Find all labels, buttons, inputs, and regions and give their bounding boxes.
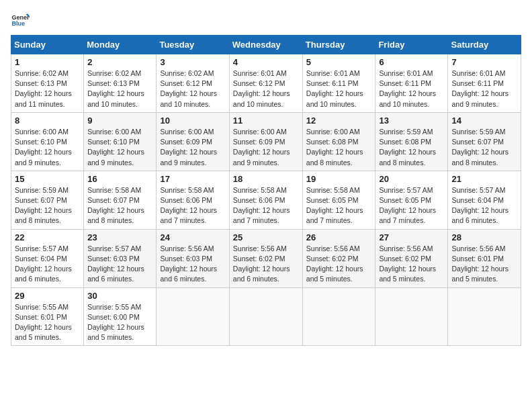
calendar-cell: 2 Sunrise: 6:02 AMSunset: 6:13 PMDayligh… — [84, 54, 157, 113]
calendar-cell: 23 Sunrise: 5:57 AMSunset: 6:03 PMDaylig… — [84, 229, 157, 287]
calendar-cell: 22 Sunrise: 5:57 AMSunset: 6:04 PMDaylig… — [11, 229, 84, 287]
calendar-cell: 18 Sunrise: 5:58 AMSunset: 6:06 PMDaylig… — [229, 171, 302, 229]
day-info: Sunrise: 6:00 AMSunset: 6:09 PMDaylight:… — [233, 128, 290, 167]
day-number: 9 — [87, 116, 152, 126]
day-number: 6 — [379, 57, 444, 67]
calendar-cell — [157, 287, 229, 346]
page-header: General Blue — [11, 11, 521, 30]
week-row-1: 1 Sunrise: 6:02 AMSunset: 6:13 PMDayligh… — [11, 54, 521, 113]
day-number: 23 — [87, 232, 152, 242]
day-number: 7 — [451, 57, 517, 67]
day-number: 26 — [306, 232, 372, 242]
day-number: 18 — [233, 174, 299, 184]
day-info: Sunrise: 6:01 AMSunset: 6:11 PMDaylight:… — [306, 69, 363, 108]
logo-icon: General Blue — [11, 11, 30, 30]
day-number: 25 — [233, 232, 299, 242]
calendar-cell: 25 Sunrise: 5:56 AMSunset: 6:02 PMDaylig… — [229, 229, 302, 287]
calendar-cell: 27 Sunrise: 5:56 AMSunset: 6:02 PMDaylig… — [375, 229, 448, 287]
day-info: Sunrise: 5:59 AMSunset: 6:08 PMDaylight:… — [379, 128, 436, 167]
day-info: Sunrise: 5:55 AMSunset: 6:01 PMDaylight:… — [15, 303, 72, 342]
day-info: Sunrise: 6:02 AMSunset: 6:13 PMDaylight:… — [15, 69, 72, 108]
day-number: 19 — [306, 174, 372, 184]
calendar-cell: 15 Sunrise: 5:59 AMSunset: 6:07 PMDaylig… — [11, 171, 84, 229]
calendar-cell: 19 Sunrise: 5:58 AMSunset: 6:05 PMDaylig… — [302, 171, 375, 229]
calendar-cell: 4 Sunrise: 6:01 AMSunset: 6:12 PMDayligh… — [229, 54, 302, 113]
day-number: 30 — [87, 291, 152, 301]
day-number: 28 — [451, 232, 517, 242]
calendar-cell: 30 Sunrise: 5:55 AMSunset: 6:00 PMDaylig… — [84, 287, 157, 346]
day-info: Sunrise: 5:58 AMSunset: 6:07 PMDaylight:… — [87, 186, 144, 225]
day-info: Sunrise: 5:57 AMSunset: 6:05 PMDaylight:… — [379, 186, 436, 225]
day-header-tuesday: Tuesday — [157, 36, 229, 54]
calendar-cell: 29 Sunrise: 5:55 AMSunset: 6:01 PMDaylig… — [11, 287, 84, 346]
day-header-sunday: Sunday — [11, 36, 84, 54]
day-info: Sunrise: 5:58 AMSunset: 6:06 PMDaylight:… — [233, 186, 290, 225]
day-info: Sunrise: 6:02 AMSunset: 6:13 PMDaylight:… — [87, 69, 144, 108]
day-number: 8 — [15, 116, 80, 126]
calendar-cell: 7 Sunrise: 6:01 AMSunset: 6:11 PMDayligh… — [448, 54, 521, 113]
day-info: Sunrise: 5:56 AMSunset: 6:03 PMDaylight:… — [160, 244, 217, 283]
day-number: 24 — [160, 232, 225, 242]
day-number: 10 — [160, 116, 225, 126]
day-info: Sunrise: 6:01 AMSunset: 6:12 PMDaylight:… — [233, 69, 290, 108]
day-number: 27 — [379, 232, 444, 242]
day-number: 20 — [379, 174, 444, 184]
calendar-cell: 3 Sunrise: 6:02 AMSunset: 6:12 PMDayligh… — [157, 54, 229, 113]
day-number: 16 — [87, 174, 152, 184]
calendar-cell: 26 Sunrise: 5:56 AMSunset: 6:02 PMDaylig… — [302, 229, 375, 287]
calendar-cell: 9 Sunrise: 6:00 AMSunset: 6:10 PMDayligh… — [84, 112, 157, 171]
calendar-cell: 5 Sunrise: 6:01 AMSunset: 6:11 PMDayligh… — [302, 54, 375, 113]
day-info: Sunrise: 6:00 AMSunset: 6:10 PMDaylight:… — [87, 128, 144, 167]
calendar-header-row: SundayMondayTuesdayWednesdayThursdayFrid… — [11, 36, 521, 54]
day-number: 13 — [379, 116, 444, 126]
day-info: Sunrise: 6:01 AMSunset: 6:11 PMDaylight:… — [379, 69, 436, 108]
svg-text:Blue: Blue — [11, 20, 25, 27]
day-header-thursday: Thursday — [302, 36, 375, 54]
day-number: 22 — [15, 232, 80, 242]
day-number: 3 — [160, 57, 225, 67]
day-info: Sunrise: 5:58 AMSunset: 6:05 PMDaylight:… — [306, 186, 363, 225]
calendar-cell: 11 Sunrise: 6:00 AMSunset: 6:09 PMDaylig… — [229, 112, 302, 171]
calendar-cell — [375, 287, 448, 346]
calendar-cell: 21 Sunrise: 5:57 AMSunset: 6:04 PMDaylig… — [448, 171, 521, 229]
day-number: 14 — [451, 116, 517, 126]
day-header-friday: Friday — [375, 36, 448, 54]
calendar-cell: 28 Sunrise: 5:56 AMSunset: 6:01 PMDaylig… — [448, 229, 521, 287]
calendar-cell: 16 Sunrise: 5:58 AMSunset: 6:07 PMDaylig… — [84, 171, 157, 229]
day-info: Sunrise: 5:57 AMSunset: 6:03 PMDaylight:… — [87, 244, 144, 283]
day-info: Sunrise: 5:56 AMSunset: 6:02 PMDaylight:… — [379, 244, 436, 283]
day-info: Sunrise: 5:55 AMSunset: 6:00 PMDaylight:… — [87, 303, 144, 342]
calendar-cell — [448, 287, 521, 346]
calendar-table: SundayMondayTuesdayWednesdayThursdayFrid… — [11, 35, 521, 346]
day-number: 5 — [306, 57, 372, 67]
day-info: Sunrise: 5:58 AMSunset: 6:06 PMDaylight:… — [160, 186, 217, 225]
day-info: Sunrise: 5:56 AMSunset: 6:02 PMDaylight:… — [233, 244, 290, 283]
day-number: 21 — [451, 174, 517, 184]
calendar-cell: 14 Sunrise: 5:59 AMSunset: 6:07 PMDaylig… — [448, 112, 521, 171]
day-header-wednesday: Wednesday — [229, 36, 302, 54]
day-number: 15 — [15, 174, 80, 184]
day-header-saturday: Saturday — [448, 36, 521, 54]
calendar-cell: 13 Sunrise: 5:59 AMSunset: 6:08 PMDaylig… — [375, 112, 448, 171]
day-number: 11 — [233, 116, 299, 126]
week-row-5: 29 Sunrise: 5:55 AMSunset: 6:01 PMDaylig… — [11, 287, 521, 346]
day-info: Sunrise: 6:01 AMSunset: 6:11 PMDaylight:… — [451, 69, 508, 108]
week-row-2: 8 Sunrise: 6:00 AMSunset: 6:10 PMDayligh… — [11, 112, 521, 171]
calendar-cell: 1 Sunrise: 6:02 AMSunset: 6:13 PMDayligh… — [11, 54, 84, 113]
day-info: Sunrise: 5:57 AMSunset: 6:04 PMDaylight:… — [451, 186, 508, 225]
day-info: Sunrise: 5:56 AMSunset: 6:02 PMDaylight:… — [306, 244, 363, 283]
calendar-cell — [229, 287, 302, 346]
logo: General Blue — [11, 11, 32, 30]
day-number: 2 — [87, 57, 152, 67]
day-info: Sunrise: 5:57 AMSunset: 6:04 PMDaylight:… — [15, 244, 72, 283]
day-header-monday: Monday — [84, 36, 157, 54]
day-info: Sunrise: 5:59 AMSunset: 6:07 PMDaylight:… — [15, 186, 72, 225]
day-number: 1 — [15, 57, 80, 67]
calendar-cell: 8 Sunrise: 6:00 AMSunset: 6:10 PMDayligh… — [11, 112, 84, 171]
day-info: Sunrise: 6:00 AMSunset: 6:10 PMDaylight:… — [15, 128, 72, 167]
day-info: Sunrise: 6:02 AMSunset: 6:12 PMDaylight:… — [160, 69, 217, 108]
calendar-cell: 12 Sunrise: 6:00 AMSunset: 6:08 PMDaylig… — [302, 112, 375, 171]
day-number: 29 — [15, 291, 80, 301]
calendar-cell: 24 Sunrise: 5:56 AMSunset: 6:03 PMDaylig… — [157, 229, 229, 287]
calendar-cell: 20 Sunrise: 5:57 AMSunset: 6:05 PMDaylig… — [375, 171, 448, 229]
